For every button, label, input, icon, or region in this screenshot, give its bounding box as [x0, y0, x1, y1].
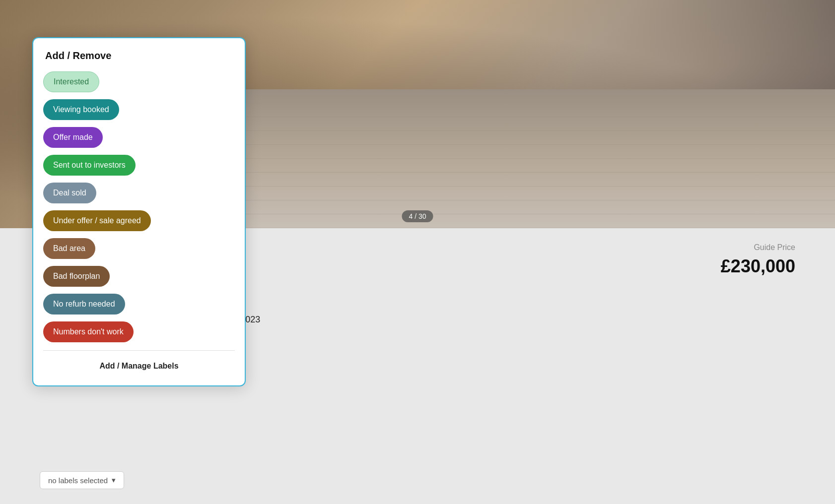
- labels-trigger-text: no labels selected: [48, 476, 108, 485]
- photo-counter: 4 / 30: [402, 210, 433, 222]
- popup-divider: [43, 350, 235, 351]
- popup-title: Add / Remove: [43, 50, 235, 62]
- labels-dropdown-trigger[interactable]: no labels selected ▾: [40, 471, 124, 489]
- labels-list: InterestedViewing bookedOffer madeSent o…: [43, 71, 235, 342]
- label-chip-interested[interactable]: Interested: [43, 71, 99, 92]
- floor-texture: [149, 89, 835, 228]
- label-chip-sent-to-investors[interactable]: Sent out to investors: [43, 155, 136, 176]
- guide-price-value: £230,000: [721, 256, 795, 277]
- guide-price-label: Guide Price: [754, 243, 795, 252]
- chevron-down-icon: ▾: [112, 476, 116, 485]
- label-chip-bad-area[interactable]: Bad area: [43, 238, 95, 259]
- label-chip-offer-made[interactable]: Offer made: [43, 127, 103, 148]
- labels-popup: Add / Remove InterestedViewing bookedOff…: [32, 37, 246, 386]
- label-chip-deal-sold[interactable]: Deal sold: [43, 183, 96, 203]
- label-chip-numbers-dont-work[interactable]: Numbers don't work: [43, 321, 134, 342]
- label-chip-bad-floorplan[interactable]: Bad floorplan: [43, 266, 110, 287]
- label-chip-viewing-booked[interactable]: Viewing booked: [43, 99, 119, 120]
- label-chip-under-offer[interactable]: Under offer / sale agreed: [43, 210, 151, 231]
- manage-labels-button[interactable]: Add / Manage Labels: [43, 357, 235, 376]
- label-chip-no-refurb[interactable]: No refurb needed: [43, 294, 125, 315]
